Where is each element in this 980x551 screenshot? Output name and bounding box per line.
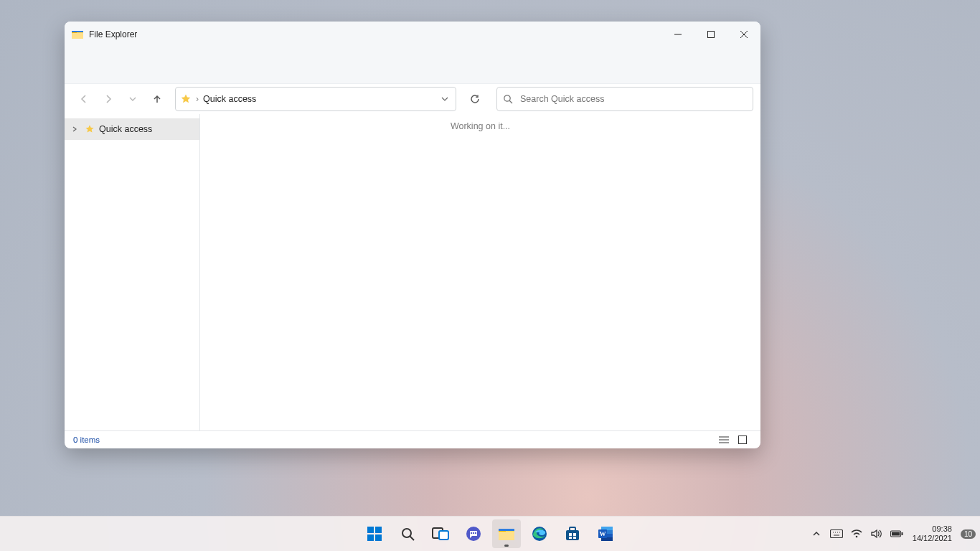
svg-rect-14 <box>367 527 374 533</box>
svg-rect-31 <box>566 530 579 540</box>
details-view-button[interactable] <box>715 433 733 447</box>
svg-rect-44 <box>830 530 842 538</box>
forward-button[interactable] <box>98 88 119 110</box>
chevron-right-icon[interactable] <box>72 126 80 132</box>
svg-rect-53 <box>892 532 900 536</box>
svg-rect-17 <box>375 534 382 541</box>
battery-icon[interactable] <box>890 527 904 541</box>
svg-rect-5 <box>708 32 715 38</box>
svg-rect-28 <box>499 532 514 540</box>
svg-point-18 <box>402 529 411 537</box>
svg-point-25 <box>475 532 476 534</box>
tree-item-quick-access[interactable]: Quick access <box>65 118 199 140</box>
svg-rect-33 <box>569 533 572 536</box>
svg-point-23 <box>473 532 474 534</box>
up-button[interactable] <box>146 88 168 110</box>
svg-rect-2 <box>72 33 83 39</box>
taskbar-edge[interactable] <box>525 519 554 548</box>
close-button[interactable] <box>727 22 760 47</box>
task-view-button[interactable] <box>426 519 455 548</box>
search-input[interactable] <box>519 93 747 105</box>
chat-button[interactable] <box>459 519 488 548</box>
taskbar-search-button[interactable] <box>393 519 422 548</box>
tray-overflow-button[interactable] <box>809 527 824 541</box>
clock-date: 14/12/2021 <box>913 534 952 543</box>
svg-rect-21 <box>439 531 448 540</box>
svg-rect-16 <box>367 534 374 541</box>
file-explorer-icon <box>72 29 83 40</box>
maximize-button[interactable] <box>694 22 727 47</box>
navigation-bar: › Quick access <box>65 84 760 114</box>
ribbon-area <box>65 47 760 84</box>
refresh-button[interactable] <box>463 88 486 110</box>
working-text: Working on it... <box>451 121 510 131</box>
taskbar-file-explorer[interactable] <box>492 519 521 548</box>
window-title: File Explorer <box>89 29 137 39</box>
svg-point-8 <box>504 95 510 101</box>
address-history-button[interactable] <box>438 95 451 103</box>
content-pane[interactable]: Working on it... <box>200 114 760 430</box>
navigation-pane: Quick access <box>65 114 200 430</box>
notification-count[interactable]: 10 <box>961 529 976 539</box>
recent-locations-button[interactable] <box>122 88 143 110</box>
back-button[interactable] <box>73 88 95 110</box>
svg-line-9 <box>509 100 512 103</box>
svg-line-19 <box>410 537 415 541</box>
explorer-body: Quick access Working on it... <box>65 114 760 430</box>
taskbar-store[interactable] <box>558 519 587 548</box>
address-bar[interactable]: › Quick access <box>175 87 456 111</box>
search-icon <box>503 94 513 104</box>
keyboard-icon[interactable] <box>829 527 844 541</box>
desktop: File Explorer <box>0 0 980 551</box>
svg-rect-15 <box>375 527 382 533</box>
svg-text:W: W <box>600 530 606 537</box>
svg-rect-34 <box>573 533 576 536</box>
breadcrumb-quick-access[interactable]: Quick access <box>203 94 256 104</box>
svg-rect-36 <box>573 537 576 539</box>
svg-rect-32 <box>570 527 575 531</box>
taskbar-word[interactable]: W <box>591 519 620 548</box>
tree-item-label: Quick access <box>99 124 152 134</box>
minimize-button[interactable] <box>661 22 694 47</box>
clock[interactable]: 09:38 14/12/2021 <box>910 524 955 543</box>
start-button[interactable] <box>360 519 389 548</box>
item-count: 0 items <box>73 435 100 444</box>
svg-rect-29 <box>499 529 514 531</box>
star-icon <box>180 93 192 105</box>
svg-point-24 <box>471 532 472 534</box>
status-bar: 0 items <box>65 430 760 448</box>
svg-rect-52 <box>901 532 903 535</box>
file-explorer-window: File Explorer <box>65 22 760 448</box>
chevron-right-icon[interactable]: › <box>196 94 199 104</box>
svg-rect-13 <box>739 436 747 444</box>
title-bar[interactable]: File Explorer <box>65 22 760 47</box>
wifi-icon[interactable] <box>849 527 864 541</box>
large-icons-view-button[interactable] <box>733 433 752 447</box>
search-box[interactable] <box>496 87 753 111</box>
taskbar: W 09:38 14/12/2021 10 <box>0 516 980 551</box>
system-tray: 09:38 14/12/2021 10 <box>809 524 976 543</box>
svg-rect-35 <box>569 537 572 539</box>
svg-rect-3 <box>72 31 83 32</box>
star-icon <box>85 124 95 134</box>
taskbar-center: W <box>360 519 620 548</box>
clock-time: 09:38 <box>913 524 952 534</box>
svg-point-50 <box>856 536 858 538</box>
volume-icon[interactable] <box>870 527 884 541</box>
